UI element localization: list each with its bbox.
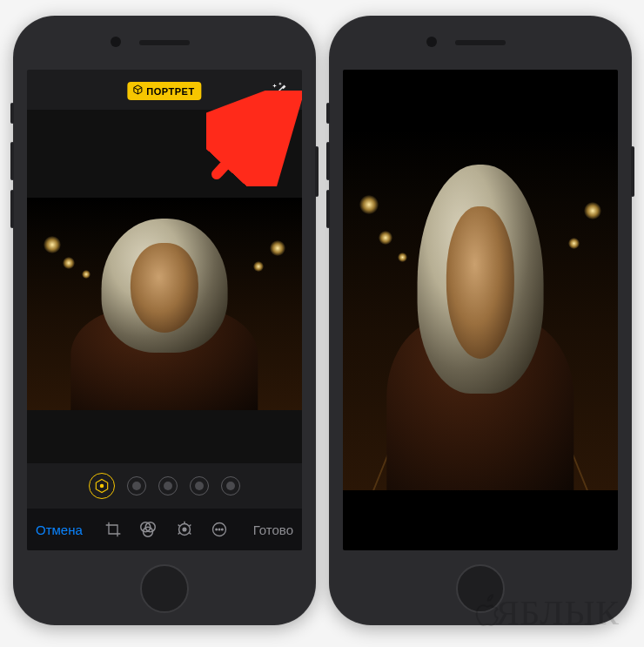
photo-preview — [27, 198, 302, 410]
editor-bottom-bar: Отмена — [27, 509, 302, 550]
cancel-button[interactable]: Отмена — [36, 509, 88, 550]
screen-right — [343, 70, 618, 550]
power-button — [631, 146, 634, 197]
power-button — [315, 146, 319, 197]
lighting-option-natural[interactable] — [89, 473, 115, 499]
lighting-option-4[interactable] — [190, 476, 209, 495]
svg-point-7 — [216, 529, 218, 530]
adjust-dial-icon — [175, 520, 194, 539]
crop-button[interactable] — [104, 521, 122, 538]
photo-result — [343, 130, 618, 490]
watermark-text: ЯБЛЫК — [496, 592, 620, 633]
adjust-button[interactable] — [175, 520, 194, 539]
volume-up-button — [326, 142, 330, 180]
portrait-lighting-row — [27, 463, 302, 509]
done-button[interactable]: Готово — [245, 509, 293, 550]
photo-viewer[interactable] — [343, 70, 618, 550]
portrait-mode-badge[interactable]: ПОРТРЕТ — [127, 82, 201, 100]
svg-point-9 — [221, 529, 223, 530]
mute-switch — [10, 103, 14, 124]
auto-enhance-button[interactable] — [267, 78, 292, 103]
earpiece-speaker — [139, 40, 190, 45]
more-ellipsis-icon — [211, 521, 228, 538]
screen-left: ПОРТРЕТ — [27, 70, 302, 550]
phone-right — [329, 16, 632, 625]
watermark: ЯБЛЫК — [465, 591, 620, 633]
hexagon-icon — [93, 477, 111, 495]
front-camera — [426, 37, 437, 47]
editor-top-bar: ПОРТРЕТ — [27, 70, 302, 110]
volume-down-button — [10, 190, 14, 228]
magic-wand-icon — [270, 81, 289, 100]
phone-left: ПОРТРЕТ — [13, 16, 316, 625]
home-button — [140, 564, 189, 613]
mute-switch — [326, 103, 330, 124]
lighting-option-5[interactable] — [221, 476, 240, 495]
svg-point-8 — [218, 529, 220, 530]
volume-down-button — [326, 190, 330, 228]
filters-icon — [138, 520, 158, 539]
apple-outline-icon — [465, 591, 500, 633]
lighting-option-2[interactable] — [127, 476, 146, 495]
lighting-option-3[interactable] — [158, 476, 178, 495]
svg-point-5 — [183, 528, 186, 531]
photo-editor: ПОРТРЕТ — [27, 70, 302, 550]
filters-button[interactable] — [138, 520, 158, 539]
crop-icon — [104, 521, 122, 538]
svg-point-0 — [100, 484, 103, 487]
volume-up-button — [10, 142, 14, 180]
portrait-badge-label: ПОРТРЕТ — [146, 86, 194, 97]
cube-icon — [132, 84, 143, 98]
earpiece-speaker — [455, 40, 506, 45]
editor-canvas[interactable] — [27, 110, 302, 463]
front-camera — [111, 37, 121, 47]
more-button[interactable] — [211, 521, 228, 538]
